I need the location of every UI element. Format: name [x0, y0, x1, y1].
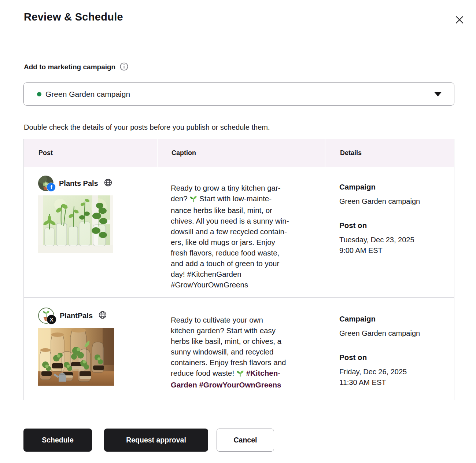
footer-divider	[0, 418, 476, 418]
post-image-terrarium-jars	[38, 328, 157, 387]
table-header: Post Caption Details	[24, 139, 454, 167]
seedling-emoji	[236, 369, 244, 379]
facebook-icon: f	[47, 183, 56, 193]
request-approval-button[interactable]: Request approval	[104, 429, 208, 452]
cancel-button[interactable]: Cancel	[217, 429, 274, 452]
review-schedule-modal: Review & Schedule Add to marketing campa…	[0, 0, 476, 463]
column-header-caption: Caption	[157, 139, 325, 167]
details-cell: Campaign Green Garden campaign Post on F…	[325, 298, 454, 402]
caption-text: Ready to cultivate your own kitchen gard…	[157, 298, 325, 402]
table-row-facebook-post: f Plants Pals	[24, 167, 454, 298]
schedule-button[interactable]: Schedule	[23, 429, 92, 452]
globe-icon	[104, 178, 112, 188]
campaign-value: Green Garden campaign	[339, 328, 454, 339]
post-image-windowsill-cuttings	[38, 195, 157, 254]
campaign-label: Campaign	[339, 315, 454, 323]
post-on-value: Friday, Dec 26, 202511:30 AM EST	[339, 367, 454, 388]
caption-text: Ready to grow a tiny kitchen gar- den? S…	[157, 167, 325, 297]
campaign-label: Campaign	[339, 183, 454, 191]
info-icon	[120, 62, 128, 72]
column-header-post: Post	[24, 139, 157, 167]
campaign-section-label: Add to marketing campaign	[24, 63, 115, 71]
chevron-down-icon	[434, 92, 442, 96]
svg-text:X: X	[50, 317, 53, 323]
x-icon: X	[47, 315, 56, 326]
avatar: X	[38, 308, 54, 324]
table-row-x-post: X PlantPals	[24, 298, 454, 400]
posts-table: Post Caption Details	[23, 139, 454, 400]
post-on-value: Tuesday, Dec 23, 20259:00 AM EST	[339, 235, 454, 256]
avatar: f	[38, 176, 53, 191]
post-cell: f Plants Pals	[24, 167, 157, 297]
x-icon	[455, 15, 464, 26]
campaign-selected-value: Green Garden campaign	[45, 90, 434, 99]
footer-actions: Schedule Request approval Cancel	[23, 429, 274, 452]
campaign-status-dot	[37, 92, 41, 96]
campaign-value: Green Garden campaign	[339, 196, 454, 207]
post-on-label: Post on	[339, 221, 454, 230]
account-name: Plants Pals	[59, 179, 98, 188]
post-on-label: Post on	[339, 353, 454, 362]
modal-header: Review & Schedule	[0, 0, 476, 39]
seedling-emoji	[189, 194, 197, 205]
details-cell: Campaign Green Garden campaign Post on T…	[325, 167, 454, 297]
column-header-details: Details	[325, 139, 454, 167]
account-name: PlantPals	[60, 312, 93, 320]
page-title: Review & Schedule	[24, 11, 123, 23]
close-button[interactable]	[454, 15, 465, 26]
info-button[interactable]	[120, 62, 128, 72]
globe-icon	[98, 310, 107, 321]
instruction-text: Double check the details of your posts b…	[24, 123, 476, 132]
svg-text:f: f	[51, 184, 53, 190]
post-cell: X PlantPals	[24, 298, 157, 402]
campaign-dropdown[interactable]: Green Garden campaign	[23, 82, 454, 106]
